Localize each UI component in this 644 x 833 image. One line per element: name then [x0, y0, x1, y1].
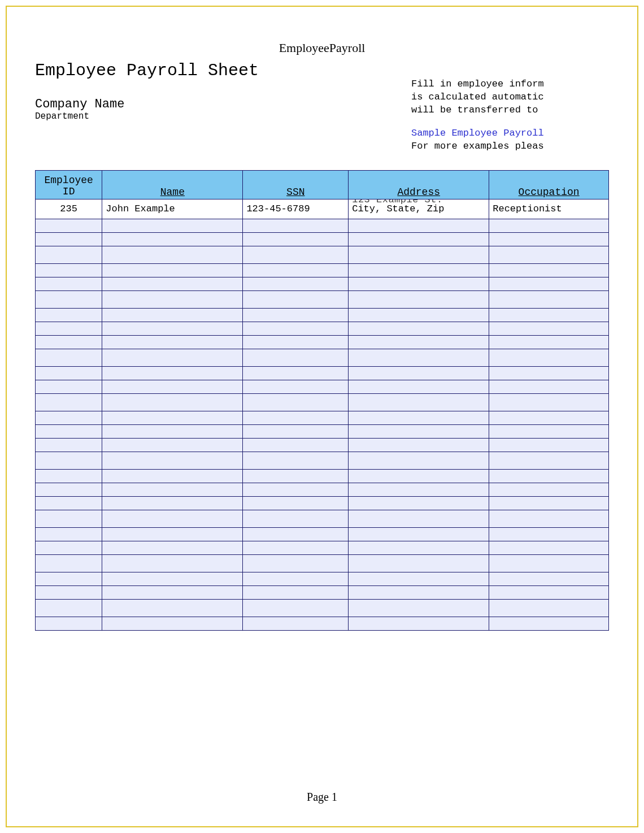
- empty-cell[interactable]: [243, 219, 349, 232]
- empty-cell[interactable]: [243, 510, 349, 527]
- empty-cell[interactable]: [36, 527, 102, 541]
- table-row[interactable]: [36, 585, 609, 599]
- table-row[interactable]: [36, 572, 609, 585]
- empty-cell[interactable]: [36, 438, 102, 452]
- empty-cell[interactable]: [489, 424, 609, 438]
- empty-cell[interactable]: [349, 452, 489, 469]
- empty-cell[interactable]: [489, 349, 609, 366]
- empty-cell[interactable]: [102, 554, 243, 572]
- table-row[interactable]: [36, 599, 609, 617]
- empty-cell[interactable]: [489, 438, 609, 452]
- empty-cell[interactable]: [349, 277, 489, 290]
- empty-cell[interactable]: [36, 263, 102, 277]
- table-row[interactable]: [36, 246, 609, 263]
- table-row[interactable]: [36, 554, 609, 572]
- table-row[interactable]: [36, 263, 609, 277]
- table-row[interactable]: [36, 541, 609, 554]
- empty-cell[interactable]: [36, 510, 102, 527]
- empty-cell[interactable]: [349, 527, 489, 541]
- empty-cell[interactable]: [349, 554, 489, 572]
- empty-cell[interactable]: [489, 617, 609, 630]
- empty-cell[interactable]: [102, 469, 243, 483]
- table-row[interactable]: [36, 527, 609, 541]
- empty-cell[interactable]: [349, 483, 489, 496]
- table-row[interactable]: [36, 322, 609, 335]
- empty-cell[interactable]: [489, 496, 609, 510]
- empty-cell[interactable]: [36, 617, 102, 630]
- table-row[interactable]: [36, 496, 609, 510]
- empty-cell[interactable]: [243, 438, 349, 452]
- empty-cell[interactable]: [349, 393, 489, 411]
- empty-cell[interactable]: [102, 599, 243, 617]
- empty-cell[interactable]: [349, 232, 489, 246]
- empty-cell[interactable]: [102, 483, 243, 496]
- empty-cell[interactable]: [489, 510, 609, 527]
- empty-cell[interactable]: [36, 483, 102, 496]
- empty-cell[interactable]: [243, 411, 349, 424]
- empty-cell[interactable]: [349, 510, 489, 527]
- empty-cell[interactable]: [489, 554, 609, 572]
- empty-cell[interactable]: [36, 452, 102, 469]
- empty-cell[interactable]: [349, 349, 489, 366]
- empty-cell[interactable]: [102, 335, 243, 349]
- empty-cell[interactable]: [349, 424, 489, 438]
- table-row[interactable]: [36, 380, 609, 393]
- empty-cell[interactable]: [349, 263, 489, 277]
- empty-cell[interactable]: [36, 322, 102, 335]
- empty-cell[interactable]: [102, 510, 243, 527]
- empty-cell[interactable]: [102, 219, 243, 232]
- table-row[interactable]: [36, 483, 609, 496]
- empty-cell[interactable]: [349, 366, 489, 380]
- empty-cell[interactable]: [349, 438, 489, 452]
- empty-cell[interactable]: [489, 599, 609, 617]
- empty-cell[interactable]: [102, 541, 243, 554]
- empty-cell[interactable]: [102, 308, 243, 322]
- table-row[interactable]: [36, 411, 609, 424]
- empty-cell[interactable]: [36, 290, 102, 308]
- table-row[interactable]: [36, 219, 609, 232]
- cell-name[interactable]: John Example: [102, 199, 243, 219]
- empty-cell[interactable]: [243, 572, 349, 585]
- empty-cell[interactable]: [36, 277, 102, 290]
- sample-link[interactable]: Sample Employee Payroll: [411, 127, 609, 140]
- empty-cell[interactable]: [489, 411, 609, 424]
- empty-cell[interactable]: [36, 366, 102, 380]
- empty-cell[interactable]: [349, 380, 489, 393]
- empty-cell[interactable]: [36, 554, 102, 572]
- table-row[interactable]: [36, 452, 609, 469]
- empty-cell[interactable]: [36, 219, 102, 232]
- table-row[interactable]: [36, 438, 609, 452]
- empty-cell[interactable]: [36, 585, 102, 599]
- empty-cell[interactable]: [36, 335, 102, 349]
- empty-cell[interactable]: [489, 572, 609, 585]
- empty-cell[interactable]: [36, 246, 102, 263]
- empty-cell[interactable]: [102, 366, 243, 380]
- empty-cell[interactable]: [36, 541, 102, 554]
- empty-cell[interactable]: [36, 411, 102, 424]
- table-row[interactable]: 235 John Example 123-45-6789 123 Example…: [36, 199, 609, 219]
- empty-cell[interactable]: [102, 527, 243, 541]
- cell-ssn[interactable]: 123-45-6789: [243, 199, 349, 219]
- empty-cell[interactable]: [36, 572, 102, 585]
- empty-cell[interactable]: [349, 322, 489, 335]
- empty-cell[interactable]: [349, 219, 489, 232]
- empty-cell[interactable]: [489, 527, 609, 541]
- empty-cell[interactable]: [243, 366, 349, 380]
- empty-cell[interactable]: [349, 246, 489, 263]
- empty-cell[interactable]: [489, 290, 609, 308]
- empty-cell[interactable]: [243, 349, 349, 366]
- empty-cell[interactable]: [243, 527, 349, 541]
- empty-cell[interactable]: [489, 263, 609, 277]
- table-row[interactable]: [36, 510, 609, 527]
- table-row[interactable]: [36, 290, 609, 308]
- empty-cell[interactable]: [102, 496, 243, 510]
- table-row[interactable]: [36, 393, 609, 411]
- empty-cell[interactable]: [36, 393, 102, 411]
- empty-cell[interactable]: [36, 496, 102, 510]
- empty-cell[interactable]: [349, 617, 489, 630]
- table-row[interactable]: [36, 366, 609, 380]
- empty-cell[interactable]: [102, 585, 243, 599]
- empty-cell[interactable]: [243, 585, 349, 599]
- empty-cell[interactable]: [489, 219, 609, 232]
- table-row[interactable]: [36, 469, 609, 483]
